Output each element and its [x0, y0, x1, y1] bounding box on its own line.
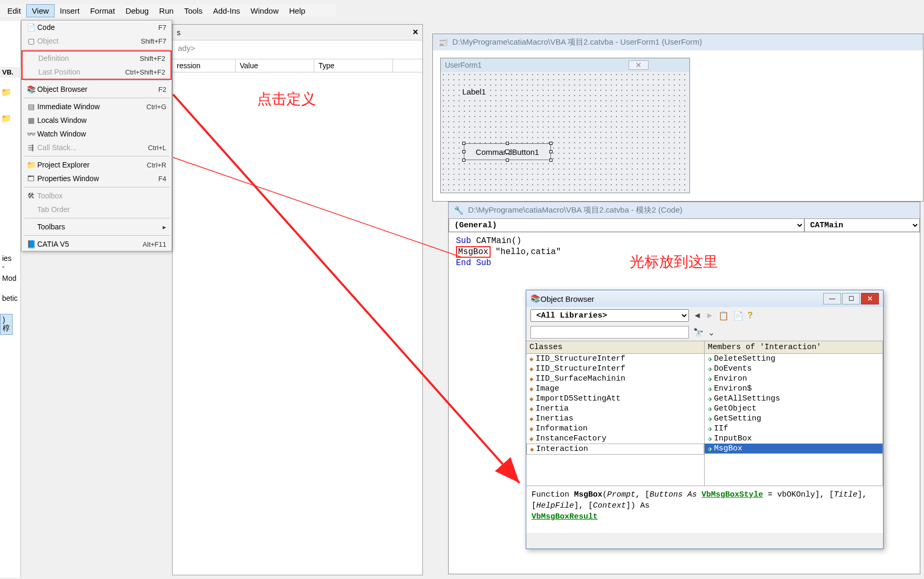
menu-item-projectexplorer[interactable]: 📁Project ExplorerCtrl+R: [22, 158, 172, 172]
nav-back-icon[interactable]: ◄: [693, 311, 702, 320]
class-icon: ◆: [529, 375, 534, 383]
class-icon: ◆: [529, 425, 534, 433]
method-icon: ⬗: [708, 445, 712, 453]
menu-help[interactable]: Help: [284, 5, 311, 17]
member-item[interactable]: ⬗GetSetting: [705, 414, 883, 424]
copy-icon[interactable]: 📋: [718, 311, 729, 321]
member-item[interactable]: ⬗GetObject: [705, 404, 883, 414]
member-item[interactable]: ⬗IIf: [705, 424, 883, 434]
msgbox-highlight: MsgBox: [456, 246, 491, 258]
method-icon: ⬗: [708, 375, 712, 383]
class-item[interactable]: ◆InstanceFactory: [526, 434, 704, 444]
class-icon: ◆: [529, 415, 534, 423]
code-icon: 📄: [25, 22, 37, 33]
member-item-selected[interactable]: ⬗MsgBox: [705, 444, 883, 454]
projectexplorer-icon: 📁: [25, 160, 37, 170]
menu-item-lastposition: Last PositionCtrl+Shift+F2: [23, 65, 171, 79]
objectbrowser-icon: 📚: [25, 84, 37, 94]
menu-addins[interactable]: Add-Ins: [208, 5, 246, 17]
class-icon: ◆: [529, 365, 534, 373]
menubar: Edit View Insert Format Debug Run Tools …: [0, 4, 336, 17]
catia-icon: 📘: [25, 239, 37, 249]
method-icon: ⬗: [708, 395, 712, 403]
menu-item-watch[interactable]: 👓Watch Window: [22, 127, 172, 141]
class-item[interactable]: ◆IID_StructureInterf: [526, 364, 704, 374]
members-pane: Members of 'Interaction' ⬗DeleteSetting …: [705, 341, 883, 486]
class-item-selected[interactable]: ◆Interaction: [526, 444, 704, 455]
method-icon: ⬗: [708, 415, 712, 423]
code-window-icon: 🔧: [454, 206, 464, 215]
view-def-icon[interactable]: 📄: [733, 311, 744, 321]
nav-fwd-icon[interactable]: ►: [706, 311, 714, 320]
watch-ready: ady>: [173, 40, 422, 56]
code-proc-combo[interactable]: CATMain: [804, 218, 920, 232]
objbrowser-icon: 📚: [530, 294, 540, 303]
menu-item-immediate[interactable]: ▤Immediate WindowCtrl+G: [22, 100, 172, 113]
object-browser-window: 📚 Object Browser — ☐ ✕ <All Libraries> ◄…: [526, 290, 884, 549]
binoculars-icon[interactable]: 🔭: [693, 328, 704, 338]
side-label-mod: Mod: [0, 273, 18, 283]
class-icon: ◆: [530, 445, 534, 454]
col-expression[interactable]: ression: [173, 59, 236, 72]
member-item[interactable]: ⬗GetAllSettings: [705, 394, 883, 404]
class-item[interactable]: ◆ImportD5SettingAtt: [526, 394, 704, 404]
left-vb-label: VB.: [0, 67, 21, 78]
side-label-selected[interactable]: ) 椁: [0, 314, 13, 335]
menu-item-properties[interactable]: 🗔Properties WindowF4: [22, 172, 172, 185]
menu-item-code[interactable]: 📄CodeF7: [22, 20, 172, 34]
col-type[interactable]: Type: [314, 59, 393, 72]
menu-item-toolbars[interactable]: Toolbars▸: [22, 220, 172, 234]
member-item[interactable]: ⬗Environ: [705, 374, 883, 384]
menu-item-locals[interactable]: ▦Locals Window: [22, 113, 172, 127]
member-item[interactable]: ⬗DoEvents: [705, 364, 883, 374]
method-icon: ⬗: [708, 425, 712, 433]
member-item[interactable]: ⬗DeleteSetting: [705, 354, 883, 364]
close-button[interactable]: ✕: [861, 293, 879, 304]
members-header: Members of 'Interaction': [705, 341, 883, 354]
library-combo[interactable]: <All Libraries>: [530, 309, 689, 322]
maximize-button[interactable]: ☐: [842, 293, 860, 304]
menu-view[interactable]: View: [26, 4, 55, 17]
close-icon[interactable]: ×: [412, 27, 418, 38]
class-item[interactable]: ◆IID_StructureInterf: [526, 354, 704, 364]
class-item[interactable]: ◆IID_SurfaceMachinin: [526, 374, 704, 384]
class-item[interactable]: ◆Image: [526, 384, 704, 394]
class-item[interactable]: ◆Information: [526, 424, 704, 434]
menu-item-object: ▢ObjectShift+F7: [22, 34, 172, 48]
menu-item-toolbox: 🛠Toolbox: [22, 189, 172, 203]
class-icon: ◆: [529, 435, 534, 443]
menu-window[interactable]: Window: [246, 5, 284, 17]
menu-debug[interactable]: Debug: [120, 5, 154, 17]
menu-run[interactable]: Run: [154, 5, 179, 17]
method-icon: ⬗: [708, 405, 712, 413]
userform-designer[interactable]: UserForm1 ✕ Label1 CommandButton1: [440, 58, 690, 193]
member-item[interactable]: ⬗InputBox: [705, 434, 883, 444]
code-object-combo[interactable]: (General): [449, 218, 804, 232]
class-icon: ◆: [529, 385, 534, 393]
menu-item-definition: DefinitionShift+F2: [23, 51, 171, 65]
expand-icon[interactable]: ⌄: [708, 328, 715, 338]
menu-edit[interactable]: Edit: [2, 5, 26, 17]
help-icon[interactable]: ?: [748, 311, 753, 320]
code-window-title: D:\MyPrograme\catiaMacro\VBA 项目2.catvba …: [468, 205, 682, 215]
search-input[interactable]: [530, 326, 689, 339]
annotation-cursor-here: 光标放到这里: [630, 252, 718, 272]
commandbutton1-control[interactable]: CommandButton1: [464, 143, 551, 160]
menu-tools[interactable]: Tools: [179, 5, 208, 17]
objbrowser-title: Object Browser: [540, 294, 823, 303]
class-item[interactable]: ◆Inertia: [526, 404, 704, 414]
callstack-icon: ⇶: [25, 142, 37, 153]
label1-control[interactable]: Label1: [461, 87, 487, 97]
class-item[interactable]: ◆Inertias: [526, 414, 704, 424]
menu-insert[interactable]: Insert: [55, 5, 85, 17]
userform-close-button[interactable]: ✕: [629, 60, 649, 70]
menu-item-objectbrowser[interactable]: 📚Object BrowserF2: [22, 82, 172, 96]
side-label-ies: ies -: [0, 253, 14, 272]
col-value[interactable]: Value: [236, 59, 314, 72]
menu-format[interactable]: Format: [85, 5, 121, 17]
menu-item-catia[interactable]: 📘CATIA V5Alt+F11: [22, 237, 172, 251]
minimize-button[interactable]: —: [823, 293, 841, 304]
folder-icon[interactable]: 📁: [1, 84, 12, 100]
member-item[interactable]: ⬗Environ$: [705, 384, 883, 394]
folder-icon[interactable]: 📁: [1, 110, 12, 126]
